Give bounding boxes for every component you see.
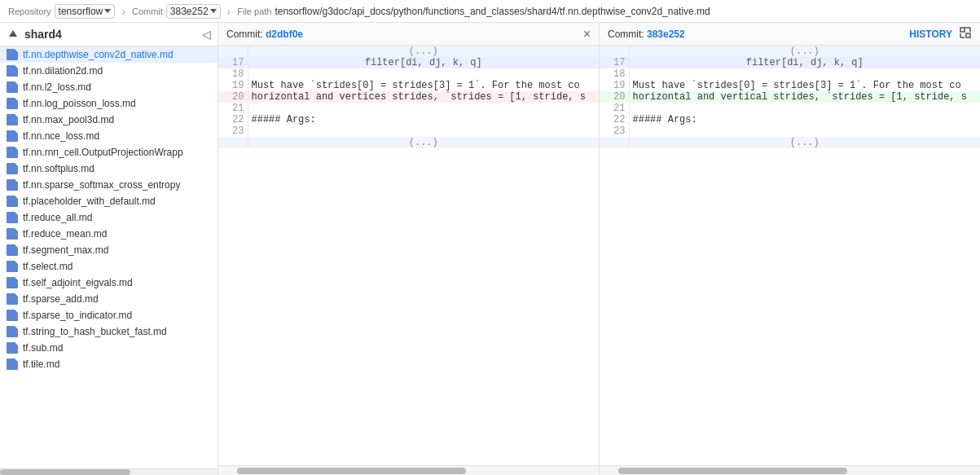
right-scrollbar[interactable] bbox=[600, 466, 980, 475]
line-content bbox=[248, 125, 599, 137]
left-commit-hash: d2dbf0e bbox=[266, 29, 303, 40]
sidebar-title-row: shard4 bbox=[7, 28, 62, 41]
table-row: (...) bbox=[600, 46, 980, 57]
right-pane-title: Commit: 383e252 bbox=[608, 29, 685, 40]
sidebar-item-label: tf.nn.dilation2d.md bbox=[23, 65, 103, 77]
sidebar-item[interactable]: tf.nn.dilation2d.md bbox=[0, 63, 218, 79]
sidebar-item[interactable]: tf.nn.max_pool3d.md bbox=[0, 112, 218, 128]
file-icon bbox=[7, 81, 18, 93]
table-row: (...) bbox=[218, 137, 599, 148]
table-row: 21 bbox=[600, 103, 980, 114]
sidebar-item-label: tf.nn.max_pool3d.md bbox=[23, 114, 114, 125]
breadcrumb-arrow-1: › bbox=[121, 5, 125, 18]
sidebar-item-label: tf.nn.nce_loss.md bbox=[23, 130, 99, 142]
file-icon bbox=[7, 163, 18, 174]
line-content: ##### Args: bbox=[629, 114, 980, 125]
sidebar-item[interactable]: tf.sub.md bbox=[0, 340, 218, 356]
diff-table-left: (...)17 filter[di, dj, k, q]18 19 Must h… bbox=[218, 46, 599, 148]
line-num: 20 bbox=[218, 91, 248, 103]
sidebar-item[interactable]: tf.nn.log_poisson_loss.md bbox=[0, 95, 218, 112]
diff-pane-left: Commit: d2dbf0e × (...)17 filter[di, dj,… bbox=[218, 23, 600, 465]
file-icon bbox=[7, 342, 18, 354]
line-content bbox=[629, 68, 980, 80]
diff-area: Commit: d2dbf0e × (...)17 filter[di, dj,… bbox=[218, 23, 980, 475]
sidebar-item-label: tf.nn.rnn_cell.OutputProjectionWrapp bbox=[23, 147, 183, 158]
expand-button[interactable] bbox=[959, 26, 972, 42]
table-row: 21 bbox=[218, 103, 599, 114]
right-commit-hash: 383e252 bbox=[647, 29, 685, 40]
line-content bbox=[629, 103, 980, 114]
sidebar-item-label: tf.tile.md bbox=[23, 358, 59, 370]
sidebar-item[interactable]: tf.nn.l2_loss.md bbox=[0, 79, 218, 95]
repo-dropdown[interactable]: tensorflow bbox=[55, 4, 116, 19]
line-num bbox=[218, 46, 248, 57]
line-num: 17 bbox=[600, 57, 629, 68]
sidebar-item[interactable]: tf.sparse_add.md bbox=[0, 291, 218, 307]
line-content bbox=[629, 125, 980, 137]
line-content: ##### Args: bbox=[248, 114, 599, 125]
sidebar-item[interactable]: tf.nn.rnn_cell.OutputProjectionWrapp bbox=[0, 144, 218, 161]
file-icon bbox=[7, 277, 18, 288]
table-row: 19 Must have `strides[0] = strides[3] = … bbox=[218, 80, 599, 91]
file-icon bbox=[7, 65, 18, 77]
sidebar-item[interactable]: tf.reduce_all.md bbox=[0, 209, 218, 226]
left-pane-title: Commit: d2dbf0e bbox=[226, 29, 303, 40]
file-icon bbox=[7, 261, 18, 272]
left-pane-actions: × bbox=[583, 28, 591, 41]
repo-chevron-icon bbox=[104, 9, 111, 13]
file-icon bbox=[7, 244, 18, 256]
svg-rect-1 bbox=[960, 28, 965, 32]
sidebar-item-label: tf.reduce_all.md bbox=[23, 212, 92, 223]
sidebar-item[interactable]: tf.nn.sparse_softmax_cross_entropy bbox=[0, 177, 218, 193]
file-icon bbox=[7, 310, 18, 321]
file-icon bbox=[7, 114, 18, 125]
diff-panes: Commit: d2dbf0e × (...)17 filter[di, dj,… bbox=[218, 23, 980, 465]
sidebar-item[interactable]: tf.placeholder_with_default.md bbox=[0, 193, 218, 209]
sidebar-item[interactable]: tf.nn.nce_loss.md bbox=[0, 128, 218, 144]
left-scrollbar[interactable] bbox=[218, 466, 600, 475]
table-row: (...) bbox=[600, 137, 980, 148]
sidebar-up-icon[interactable] bbox=[7, 28, 20, 41]
table-row: 20 horizontal and vertical strides, `str… bbox=[600, 91, 980, 103]
file-icon bbox=[7, 293, 18, 305]
diff-content-left[interactable]: (...)17 filter[di, dj, k, q]18 19 Must h… bbox=[218, 46, 599, 465]
table-row: 18 bbox=[218, 68, 599, 80]
file-icon bbox=[7, 212, 18, 223]
line-content: Must have `strides[0] = strides[3] = 1`.… bbox=[629, 80, 980, 91]
sidebar-item[interactable]: tf.select.md bbox=[0, 258, 218, 275]
breadcrumb-bar: Repository tensorflow › Commit 383e252 ›… bbox=[0, 0, 980, 23]
sidebar-item-label: tf.reduce_mean.md bbox=[23, 228, 107, 240]
file-icon bbox=[7, 196, 18, 207]
sidebar-item-label: tf.nn.depthwise_conv2d_native.md bbox=[23, 49, 174, 60]
history-button[interactable]: HISTORY bbox=[909, 29, 952, 40]
sidebar-item-label: tf.select.md bbox=[23, 261, 73, 272]
sidebar-item[interactable]: tf.string_to_hash_bucket_fast.md bbox=[0, 323, 218, 340]
line-num: 22 bbox=[218, 114, 248, 125]
sidebar-item-label: tf.segment_max.md bbox=[23, 244, 108, 256]
line-content: (...) bbox=[248, 46, 599, 57]
diff-content-right[interactable]: (...)17 filter[di, dj, k, q]18 19 Must h… bbox=[600, 46, 980, 465]
sidebar-title: shard4 bbox=[24, 28, 62, 41]
file-icon bbox=[7, 326, 18, 337]
sidebar-item[interactable]: tf.reduce_mean.md bbox=[0, 226, 218, 242]
line-content bbox=[248, 68, 599, 80]
table-row: 22 ##### Args: bbox=[600, 114, 980, 125]
line-content: (...) bbox=[629, 137, 980, 148]
sidebar-scrollbar[interactable] bbox=[0, 468, 218, 475]
sidebar-item[interactable]: tf.segment_max.md bbox=[0, 242, 218, 258]
file-icon bbox=[7, 49, 18, 60]
line-num: 22 bbox=[600, 114, 629, 125]
repo-value: tensorflow bbox=[59, 6, 103, 17]
line-num: 23 bbox=[218, 125, 248, 137]
commit-dropdown[interactable]: 383e252 bbox=[166, 4, 221, 19]
commit-chevron-icon bbox=[210, 9, 217, 13]
sidebar-item[interactable]: tf.tile.md bbox=[0, 356, 218, 372]
sidebar-item[interactable]: tf.nn.depthwise_conv2d_native.md bbox=[0, 46, 218, 63]
line-content: horizontal and vertices strides, `stride… bbox=[248, 91, 599, 103]
sidebar-collapse-icon[interactable]: ◁ bbox=[202, 28, 211, 41]
sidebar-item[interactable]: tf.self_adjoint_eigvals.md bbox=[0, 275, 218, 291]
sidebar-item[interactable]: tf.sparse_to_indicator.md bbox=[0, 307, 218, 323]
close-button[interactable]: × bbox=[583, 28, 591, 41]
table-row: 19 Must have `strides[0] = strides[3] = … bbox=[600, 80, 980, 91]
sidebar-item[interactable]: tf.nn.softplus.md bbox=[0, 161, 218, 177]
